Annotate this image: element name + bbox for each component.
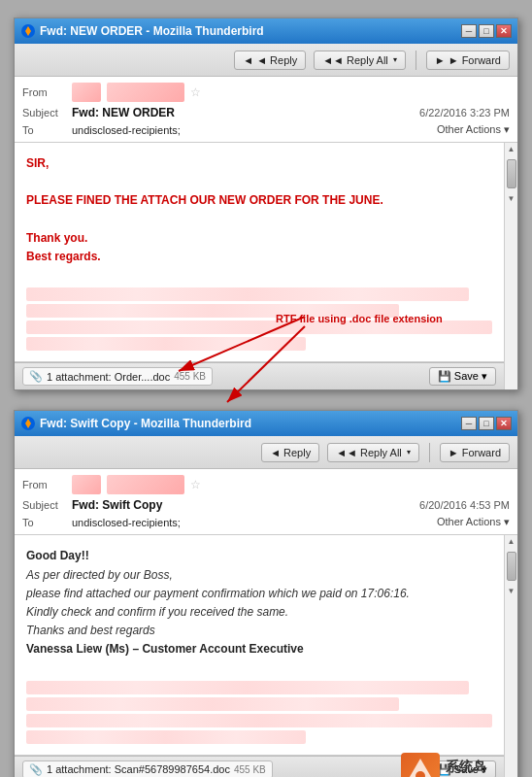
body-line1-2: Good Day!! xyxy=(26,547,492,565)
watermark-logo xyxy=(401,753,440,777)
minimize-btn-2[interactable]: ─ xyxy=(461,417,477,430)
attach-icon-1: 📎 xyxy=(29,370,43,383)
reply-label-2: Reply xyxy=(283,447,311,458)
maximize-btn-2[interactable]: □ xyxy=(479,417,494,430)
subject-value-2: Fwd: Swift Copy xyxy=(72,498,162,512)
subject-label-1: Subject xyxy=(22,107,66,118)
blurred-2a xyxy=(26,681,469,694)
email-window-1: Fwd: NEW ORDER - Mozilla Thunderbird ─ □… xyxy=(14,17,518,390)
to-label-2: To xyxy=(22,517,66,528)
body-line3-1: Thank you. xyxy=(26,229,492,248)
to-value-2: undisclosed-recipients; xyxy=(72,517,431,528)
reply-btn-2[interactable]: ◄ Reply xyxy=(261,443,319,462)
message-body-1: SIR, PLEASE FINED THE ATTACH OUR NEW ORD… xyxy=(15,143,504,362)
attachment-item-1[interactable]: 📎 1 attachment: Order....doc 455 KB xyxy=(22,367,213,386)
body-line4-2: Kindly check and confirm if you received… xyxy=(26,603,492,622)
forward-btn-2[interactable]: ► Forward xyxy=(440,443,510,462)
subject-row-1: Subject Fwd: NEW ORDER 6/22/2016 3:23 PM xyxy=(22,104,510,121)
window-title-1: Fwd: NEW ORDER - Mozilla Thunderbird xyxy=(40,24,264,38)
forward-label-1: ► Forward xyxy=(449,54,501,66)
scroll-thumb-1[interactable] xyxy=(507,159,516,188)
thunderbird-icon-2 xyxy=(20,416,36,431)
subject-label-2: Subject xyxy=(22,499,66,511)
blurred-1d xyxy=(26,337,306,351)
toolbar-2: ◄ Reply ◄◄ Reply All ▾ ► Forward xyxy=(15,436,517,469)
title-bar-left-1: Fwd: NEW ORDER - Mozilla Thunderbird xyxy=(20,23,264,39)
blurred-2d xyxy=(26,730,306,744)
watermark-text-block: 系统岛 XITONGPAN.NET xyxy=(446,759,516,777)
forward-label-2: Forward xyxy=(462,447,501,458)
attach-name-1: 1 attachment: Order....doc xyxy=(47,371,170,383)
scroll-thumb-2[interactable] xyxy=(507,552,516,581)
scrollbar-1[interactable]: ▲ ▼ xyxy=(504,143,517,389)
sender-avatar-1 xyxy=(72,83,101,102)
reply-all-btn-2[interactable]: ◄◄ Reply All ▾ xyxy=(327,443,419,462)
title-bar-left-2: Fwd: Swift Copy - Mozilla Thunderbird xyxy=(20,416,251,431)
close-btn-2[interactable]: ✕ xyxy=(496,417,512,430)
subject-row-2: Subject Fwd: Swift Copy 6/20/2016 4:53 P… xyxy=(22,496,510,514)
reply-btn-1[interactable]: ◄ ◄ Reply xyxy=(234,51,306,70)
other-actions-2[interactable]: Other Actions ▾ xyxy=(437,516,510,528)
reply-icon-2: ◄ xyxy=(270,447,281,458)
attach-name-2: 1 attachment: Scan#56789987654.doc xyxy=(47,763,230,775)
email-body-1: SIR, PLEASE FINED THE ATTACH OUR NEW ORD… xyxy=(15,143,504,389)
forward-icon-2: ► xyxy=(449,447,459,458)
body-line5-2: Thanks and best regards xyxy=(26,622,492,640)
body-line3-2: please find attached our payment confirm… xyxy=(26,585,492,603)
reply-icon-1: ◄ xyxy=(243,54,253,66)
sender-name-blurred-1 xyxy=(107,83,184,102)
attach-size-2: 455 KB xyxy=(234,764,266,775)
other-actions-1[interactable]: Other Actions ▾ xyxy=(437,123,510,136)
subject-value-1: Fwd: NEW ORDER xyxy=(72,106,175,119)
body-line1-1: SIR, xyxy=(26,154,492,173)
date-2: 6/20/2016 4:53 PM xyxy=(419,499,510,511)
email-content-1: SIR, PLEASE FINED THE ATTACH OUR NEW ORD… xyxy=(15,143,517,389)
star-icon-2[interactable]: ☆ xyxy=(190,478,201,491)
sep-2 xyxy=(429,443,430,462)
window-controls-2[interactable]: ─ □ ✕ xyxy=(461,417,512,430)
message-body-2: Good Day!! As per directed by our Boss, … xyxy=(15,535,504,755)
email-content-2: Good Day!! As per directed by our Boss, … xyxy=(15,535,517,777)
watermark: 系统岛 XITONGPAN.NET xyxy=(401,753,516,777)
body-line4-1: Best regards. xyxy=(26,248,492,266)
reply-all-icon-1: ◄◄ xyxy=(322,54,344,66)
toolbar-1: ◄ ◄ Reply ◄◄ Reply All ▾ ► ► Forward xyxy=(15,44,517,77)
reply-all-dropdown-2: ▾ xyxy=(407,448,411,456)
reply-all-label-1: Reply All xyxy=(347,54,388,66)
header-1: From ☆ Subject Fwd: NEW ORDER 6/22/2016 … xyxy=(15,77,517,143)
to-row-2: To undisclosed-recipients; Other Actions… xyxy=(22,514,510,530)
scroll-up-2[interactable]: ▲ xyxy=(506,535,517,548)
save-btn-1[interactable]: 💾 Save ▾ xyxy=(429,367,496,386)
sender-name-blurred-2 xyxy=(107,475,184,494)
title-bar-2: Fwd: Swift Copy - Mozilla Thunderbird ─ … xyxy=(15,411,517,436)
to-label-1: To xyxy=(22,124,66,136)
reply-all-icon-2: ◄◄ xyxy=(336,447,357,458)
reply-all-btn-1[interactable]: ◄◄ Reply All ▾ xyxy=(314,51,406,70)
star-icon-1[interactable]: ☆ xyxy=(190,85,201,99)
to-value-1: undisclosed-recipients; xyxy=(72,124,431,136)
close-btn-1[interactable]: ✕ xyxy=(496,24,512,38)
scroll-down-2[interactable]: ▼ xyxy=(506,585,517,597)
email-body-2: Good Day!! As per directed by our Boss, … xyxy=(15,535,504,777)
reply-all-dropdown-1: ▾ xyxy=(393,55,397,64)
body-line6-2: Vanessa Liew (Ms) – Customer Account Exe… xyxy=(26,640,492,659)
maximize-btn-1[interactable]: □ xyxy=(479,24,494,38)
forward-btn-1[interactable]: ► ► Forward xyxy=(426,51,510,70)
blurred-2b xyxy=(26,697,399,711)
scrollbar-2[interactable]: ▲ ▼ xyxy=(504,535,517,777)
minimize-btn-1[interactable]: ─ xyxy=(461,24,477,38)
date-1: 6/22/2016 3:23 PM xyxy=(419,107,510,118)
attachment-bar-1: 📎 1 attachment: Order....doc 455 KB 💾 Sa… xyxy=(15,362,504,389)
blurred-1a xyxy=(26,287,469,301)
attachment-item-2[interactable]: 📎 1 attachment: Scan#56789987654.doc 455… xyxy=(22,760,273,777)
watermark-chinese: 系统岛 xyxy=(446,759,516,776)
body-line2-1: PLEASE FINED THE ATTACH OUR NEW ORDER FO… xyxy=(26,191,492,210)
scroll-down-1[interactable]: ▼ xyxy=(506,192,517,205)
attach-icon-2: 📎 xyxy=(29,763,43,776)
scroll-up-1[interactable]: ▲ xyxy=(506,143,517,155)
watermark-icon xyxy=(403,755,438,777)
sender-avatar-2 xyxy=(72,475,101,494)
blurred-2c xyxy=(26,714,492,727)
annotation-text: RTF file using .doc file extension xyxy=(276,313,443,324)
window-controls-1[interactable]: ─ □ ✕ xyxy=(461,24,512,38)
